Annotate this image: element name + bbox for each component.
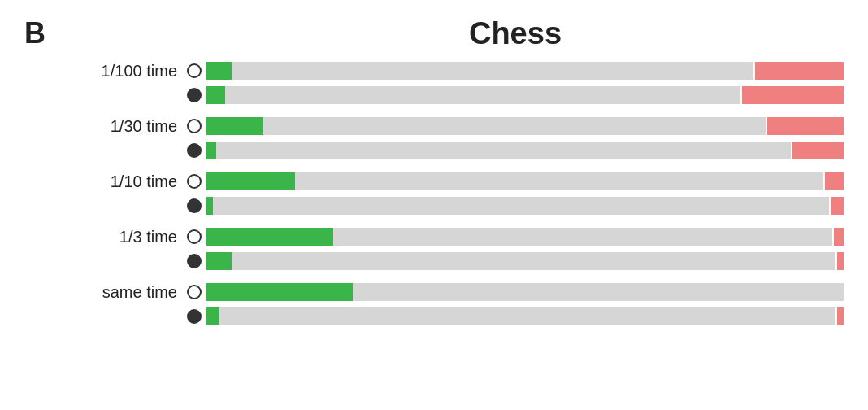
bar-pink-segment — [825, 172, 844, 190]
bar-track — [206, 62, 844, 80]
dot-open — [187, 63, 202, 78]
dot-open — [187, 229, 202, 244]
bar-row — [187, 194, 844, 217]
bar-track — [206, 117, 844, 135]
bar-green-segment — [206, 252, 232, 270]
bar-track — [206, 197, 844, 215]
dot-open — [187, 174, 202, 189]
dot-filled — [187, 88, 202, 102]
bar-gray-segment — [225, 86, 740, 104]
bar-green-segment — [206, 197, 213, 215]
bar-gray-segment — [333, 228, 832, 246]
bar-pink-segment — [834, 228, 844, 246]
bar-row — [187, 250, 844, 273]
bar-green-segment — [206, 308, 219, 325]
bar-track — [206, 283, 844, 301]
dot-filled — [187, 198, 202, 213]
dot-filled — [187, 309, 202, 324]
dot-filled — [187, 143, 202, 158]
bar-pink-segment — [742, 86, 844, 104]
bar-track — [206, 172, 844, 190]
bar-row: 1/3 time — [187, 225, 844, 248]
bar-row — [187, 305, 844, 328]
bar-pink-segment — [837, 308, 844, 325]
bar-row: 1/30 time — [187, 115, 844, 137]
bar-green-segment — [206, 86, 225, 104]
dot-filled — [187, 254, 202, 268]
bar-pink-segment — [837, 252, 844, 270]
dot-open — [187, 119, 202, 133]
bar-row — [187, 139, 844, 162]
bar-pink-segment — [831, 197, 844, 215]
bar-track — [206, 308, 844, 325]
bar-green-segment — [206, 228, 333, 246]
bar-gray-segment — [232, 62, 753, 80]
row-group: 1/10 time — [187, 170, 844, 219]
row-label: same time — [57, 283, 187, 302]
bar-gray-segment — [213, 197, 830, 215]
row-label: 1/10 time — [57, 172, 187, 191]
chart-title: Chess — [187, 16, 844, 51]
bar-row — [187, 84, 844, 107]
rows-area: 1/100 time1/30 time1/10 time1/3 timesame… — [187, 59, 844, 329]
bar-gray-segment — [232, 252, 835, 270]
bar-green-segment — [206, 172, 295, 190]
row-group: same time — [187, 281, 844, 329]
bar-pink-segment — [755, 62, 844, 80]
row-label: 1/3 time — [57, 228, 187, 246]
bar-track — [206, 228, 844, 246]
bar-pink-segment — [792, 142, 844, 159]
bar-pink-segment — [767, 117, 844, 135]
bar-row: 1/10 time — [187, 170, 844, 193]
bar-gray-segment — [216, 142, 792, 159]
bar-row: 1/100 time — [187, 59, 844, 82]
bar-gray-segment — [263, 117, 766, 135]
dot-open — [187, 285, 202, 299]
chart-container: B Chess 1/100 time1/30 time1/10 time1/3 … — [0, 0, 868, 410]
bar-green-segment — [206, 142, 216, 159]
bar-green-segment — [206, 62, 232, 80]
bar-green-segment — [206, 117, 263, 135]
bar-track — [206, 86, 844, 104]
bar-gray-segment — [353, 283, 844, 301]
bar-track — [206, 142, 844, 159]
bar-gray-segment — [295, 172, 822, 190]
row-label: 1/30 time — [57, 117, 187, 136]
bar-row: same time — [187, 281, 844, 303]
row-group: 1/3 time — [187, 225, 844, 274]
row-label: 1/100 time — [57, 62, 187, 81]
row-group: 1/100 time — [187, 59, 844, 108]
panel-label: B — [24, 16, 46, 50]
row-group: 1/30 time — [187, 115, 844, 164]
bar-track — [206, 252, 844, 270]
bar-gray-segment — [219, 308, 836, 325]
bar-green-segment — [206, 283, 353, 301]
